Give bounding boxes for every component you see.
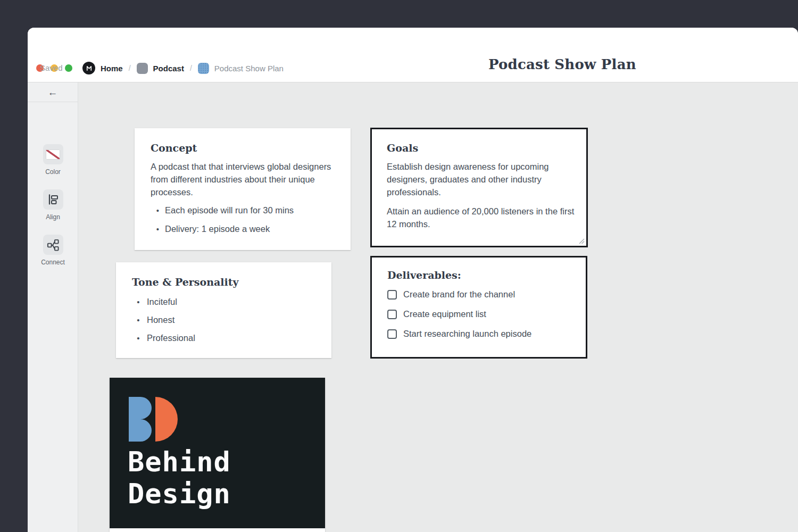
list-item: • Delivery: 1 episode a week	[151, 222, 335, 236]
behind-design-image: Behind Design	[110, 378, 325, 528]
connect-tool-button[interactable]	[43, 235, 63, 255]
bullet-icon: •	[151, 223, 165, 236]
task-checkbox[interactable]	[387, 290, 397, 300]
bullet-icon: •	[132, 332, 145, 345]
list-item: • Honest	[132, 313, 315, 327]
color-tool-button[interactable]	[43, 144, 63, 164]
tone-personality-card[interactable]: Tone & Personality • Inciteful • Honest …	[116, 262, 331, 358]
color-tool-label: Color	[45, 168, 61, 176]
milanote-logo-icon	[82, 62, 95, 74]
concept-card-title: Concept	[151, 142, 335, 154]
resize-handle-icon[interactable]	[577, 237, 585, 244]
deliverables-card-title: Deliverables:	[387, 269, 578, 281]
zoom-window-button[interactable]	[65, 64, 72, 72]
concept-card-paragraph: A podcast that that interviews global de…	[151, 160, 331, 198]
tone-card-title: Tone & Personality	[132, 276, 315, 288]
blue-board-icon	[198, 63, 209, 74]
tool-sidebar: ← Color Align	[28, 82, 78, 532]
task-row: Create equipment list	[387, 308, 578, 320]
task-row: Create brand for the channel	[387, 288, 578, 301]
task-row: Start researching launch episode	[387, 328, 578, 340]
breadcrumb-separator: /	[190, 64, 192, 72]
tool-align: Align	[28, 189, 78, 221]
connect-nodes-icon	[46, 238, 60, 252]
tool-color: Color	[28, 144, 78, 176]
goals-card[interactable]: Goals Establish design awareness for upc…	[370, 128, 588, 247]
save-status: Saved	[40, 63, 63, 72]
align-tool-label: Align	[46, 213, 60, 221]
deliverables-card[interactable]: Deliverables: Create brand for the chann…	[370, 256, 587, 359]
breadcrumb-current-board[interactable]: Podcast Show Plan	[198, 63, 284, 74]
breadcrumb-home[interactable]: Home	[82, 62, 123, 74]
task-checkbox[interactable]	[387, 310, 397, 319]
brand-image-card[interactable]: Behind Design	[110, 378, 325, 532]
connect-tool-label: Connect	[41, 259, 65, 266]
align-tool-button[interactable]	[43, 189, 63, 210]
breadcrumb-current-label: Podcast Show Plan	[214, 64, 284, 73]
app-window: Home / Podcast / Podcast Show Plan Saved…	[28, 28, 798, 532]
gray-board-icon	[137, 63, 148, 74]
goals-card-paragraph-2: Attain an audience of 20,000 listeners i…	[387, 205, 577, 230]
breadcrumb-home-label: Home	[101, 64, 123, 73]
goals-card-paragraph-1: Establish design awareness for upcoming …	[387, 160, 577, 198]
breadcrumb-podcast[interactable]: Podcast	[137, 63, 184, 74]
brand-wordmark: Behind Design	[128, 446, 231, 510]
header-bar: Home / Podcast / Podcast Show Plan Saved…	[28, 28, 798, 82]
board-canvas[interactable]: Concept A podcast that that interviews g…	[78, 82, 798, 532]
color-swatch-none-icon	[46, 149, 60, 160]
bullet-icon: •	[151, 204, 165, 217]
breadcrumb-separator: /	[129, 64, 131, 72]
concept-card[interactable]: Concept A podcast that that interviews g…	[135, 128, 351, 250]
breadcrumb: Home / Podcast / Podcast Show Plan	[82, 62, 284, 74]
list-item: • Professional	[132, 331, 315, 345]
goals-card-title: Goals	[387, 142, 579, 154]
bd-logo-icon	[129, 397, 181, 442]
board-title: Podcast Show Plan	[488, 56, 636, 72]
bullet-icon: •	[132, 314, 145, 327]
tool-connect: Connect	[28, 235, 78, 266]
bullet-icon: •	[132, 296, 145, 309]
list-item: • Inciteful	[132, 295, 315, 309]
task-checkbox[interactable]	[387, 329, 397, 339]
breadcrumb-podcast-label: Podcast	[153, 64, 184, 73]
list-item: • Each episode will run for 30 mins	[151, 204, 335, 217]
back-arrow-button[interactable]: ←	[48, 87, 58, 97]
align-left-icon	[47, 193, 60, 206]
